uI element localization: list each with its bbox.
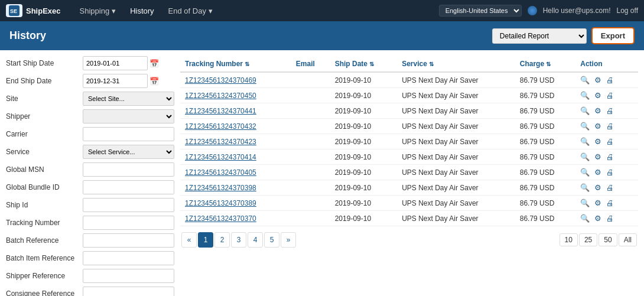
ship-id-label: Ship Id xyxy=(6,201,83,209)
start-ship-date-input[interactable] xyxy=(83,56,148,70)
page-2-button[interactable]: 2 xyxy=(214,232,230,248)
form-row-shipper-reference: Shipper Reference xyxy=(6,269,174,283)
search-action-icon[interactable]: 🔍 xyxy=(580,122,590,131)
end-ship-date-input[interactable] xyxy=(83,74,148,88)
shipper-reference-input[interactable] xyxy=(83,269,174,283)
col-tracking-number-sort-icon: ⇅ xyxy=(245,61,249,67)
batch-reference-input[interactable] xyxy=(83,233,174,248)
print-action-icon[interactable]: 🖨 xyxy=(606,122,614,131)
settings-action-icon[interactable]: ⚙ xyxy=(594,76,601,84)
page-3-button[interactable]: 3 xyxy=(231,232,246,248)
form-row-ship-id: Ship Id xyxy=(6,198,174,212)
next-page-button[interactable]: » xyxy=(281,232,296,248)
print-action-icon[interactable]: 🖨 xyxy=(606,168,614,177)
col-ship-date[interactable]: Ship Date ⇅ xyxy=(330,56,398,72)
print-action-icon[interactable]: 🖨 xyxy=(606,106,614,115)
page-size-25[interactable]: 25 xyxy=(579,233,597,246)
tracking-number-link[interactable]: 1Z1234561324370405 xyxy=(185,168,256,177)
shipper-select[interactable] xyxy=(83,109,174,123)
table-row: 1Z1234561324370423 2019-09-10 UPS Next D… xyxy=(180,134,638,149)
start-date-wrapper: 📅 xyxy=(83,56,159,70)
search-action-icon[interactable]: 🔍 xyxy=(580,137,590,146)
print-action-icon[interactable]: 🖨 xyxy=(606,76,614,84)
nav-history[interactable]: History xyxy=(123,0,161,21)
cell-charge: 86.79 USD xyxy=(515,88,576,103)
global-msn-input[interactable] xyxy=(83,162,174,177)
logoff-link[interactable]: Log off xyxy=(617,6,638,15)
table-header: Tracking Number ⇅ Email Ship Date ⇅ Serv… xyxy=(180,56,638,72)
cell-tracking-number: 1Z1234561324370398 xyxy=(180,180,291,196)
settings-action-icon[interactable]: ⚙ xyxy=(594,152,601,161)
page-4-button[interactable]: 4 xyxy=(248,232,263,248)
tracking-number-link[interactable]: 1Z1234561324370389 xyxy=(185,199,256,207)
nav-shipping[interactable]: Shipping ▾ xyxy=(73,0,123,21)
cell-email xyxy=(291,103,330,119)
cell-action: 🔍 ⚙ 🖨 xyxy=(575,211,638,226)
service-select[interactable]: Select Service... xyxy=(83,145,174,159)
report-type-select[interactable]: Detailed ReportSummary Report xyxy=(492,28,587,44)
form-row-global-bundle-id: Global Bundle ID xyxy=(6,180,174,194)
batch-item-ref-input[interactable] xyxy=(83,251,174,265)
tracking-number-link[interactable]: 1Z1234561324370398 xyxy=(185,184,256,192)
tracking-number-input[interactable] xyxy=(83,216,174,230)
search-action-icon[interactable]: 🔍 xyxy=(580,76,590,84)
settings-action-icon[interactable]: ⚙ xyxy=(594,137,601,146)
cell-charge: 86.79 USD xyxy=(515,211,576,226)
print-action-icon[interactable]: 🖨 xyxy=(606,137,614,146)
settings-action-icon[interactable]: ⚙ xyxy=(594,214,601,223)
start-date-calendar-icon[interactable]: 📅 xyxy=(149,59,159,68)
export-button[interactable]: Export xyxy=(591,27,635,44)
form-row-site: Site Select Site... xyxy=(6,92,174,106)
tracking-number-link[interactable]: 1Z1234561324370441 xyxy=(185,107,256,115)
page-size-10[interactable]: 10 xyxy=(560,233,578,246)
ship-id-input[interactable] xyxy=(83,198,174,212)
search-action-icon[interactable]: 🔍 xyxy=(580,91,590,100)
end-date-calendar-icon[interactable]: 📅 xyxy=(149,77,159,86)
search-action-icon[interactable]: 🔍 xyxy=(580,168,590,177)
search-action-icon[interactable]: 🔍 xyxy=(580,106,590,115)
prev-page-button[interactable]: « xyxy=(181,232,197,248)
cell-tracking-number: 1Z1234561324370405 xyxy=(180,165,291,180)
print-action-icon[interactable]: 🖨 xyxy=(606,199,614,207)
tracking-number-link[interactable]: 1Z1234561324370423 xyxy=(185,138,256,146)
settings-action-icon[interactable]: ⚙ xyxy=(594,199,601,207)
nav-endofday[interactable]: End of Day ▾ xyxy=(161,0,220,21)
print-action-icon[interactable]: 🖨 xyxy=(606,152,614,161)
page-1-button[interactable]: 1 xyxy=(198,232,213,248)
col-tracking-number[interactable]: Tracking Number ⇅ xyxy=(180,56,291,72)
action-icons: 🔍 ⚙ 🖨 xyxy=(580,214,633,223)
action-icons: 🔍 ⚙ 🖨 xyxy=(580,152,633,161)
settings-action-icon[interactable]: ⚙ xyxy=(594,183,601,192)
settings-action-icon[interactable]: ⚙ xyxy=(594,106,601,115)
search-action-icon[interactable]: 🔍 xyxy=(580,183,590,192)
global-bundle-id-input[interactable] xyxy=(83,180,174,194)
print-action-icon[interactable]: 🖨 xyxy=(606,91,614,100)
table-row: 1Z1234561324370469 2019-09-10 UPS Next D… xyxy=(180,72,638,88)
table-row: 1Z1234561324370450 2019-09-10 UPS Next D… xyxy=(180,88,638,103)
tracking-number-link[interactable]: 1Z1234561324370469 xyxy=(185,76,256,84)
carrier-input[interactable] xyxy=(83,127,174,141)
search-action-icon[interactable]: 🔍 xyxy=(580,152,590,161)
tracking-number-link[interactable]: 1Z1234561324370432 xyxy=(185,122,256,131)
cell-action: 🔍 ⚙ 🖨 xyxy=(575,165,638,180)
search-action-icon[interactable]: 🔍 xyxy=(580,214,590,223)
settings-action-icon[interactable]: ⚙ xyxy=(594,91,601,100)
site-select[interactable]: Select Site... xyxy=(83,92,174,106)
page-5-button[interactable]: 5 xyxy=(264,232,279,248)
print-action-icon[interactable]: 🖨 xyxy=(606,183,614,192)
col-charge[interactable]: Charge ⇅ xyxy=(515,56,576,72)
language-select[interactable]: English-United States xyxy=(439,5,522,17)
tracking-number-link[interactable]: 1Z1234561324370450 xyxy=(185,92,256,100)
search-action-icon[interactable]: 🔍 xyxy=(580,199,590,207)
settings-action-icon[interactable]: ⚙ xyxy=(594,168,601,177)
consignee-reference-input[interactable] xyxy=(83,287,174,296)
tracking-number-link[interactable]: 1Z1234561324370370 xyxy=(185,214,256,223)
page-size-all[interactable]: All xyxy=(619,233,637,246)
page-size-50[interactable]: 50 xyxy=(599,233,617,246)
tracking-number-link[interactable]: 1Z1234561324370414 xyxy=(185,153,256,161)
col-service[interactable]: Service ⇅ xyxy=(397,56,515,72)
col-email[interactable]: Email xyxy=(291,56,330,72)
print-action-icon[interactable]: 🖨 xyxy=(606,214,614,223)
settings-action-icon[interactable]: ⚙ xyxy=(594,122,601,131)
page-size-buttons: 10 25 50 All xyxy=(560,233,637,246)
